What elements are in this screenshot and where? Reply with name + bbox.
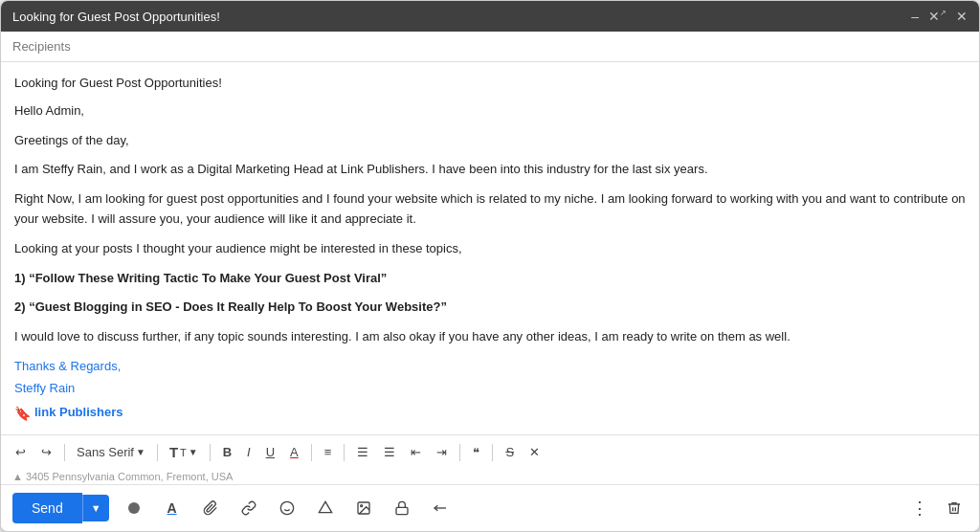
drive-button[interactable] — [312, 495, 339, 521]
address-hint: ▲ 3405 Pennsylvania Common, Fremont, USA — [1, 469, 979, 484]
email-thanks: Thanks & Regards, — [14, 357, 966, 377]
recipients-label: Recipients — [12, 39, 71, 54]
signature-button[interactable] — [427, 495, 454, 521]
email-compose-window: Looking for Guest Post Opportunities! – … — [0, 0, 980, 532]
svg-marker-4 — [319, 501, 331, 512]
clear-formatting-button[interactable]: ✕ — [524, 442, 545, 462]
bottom-right-actions: ⋮ — [906, 495, 968, 521]
toolbar-divider-7 — [492, 444, 493, 461]
email-para2: I am Steffy Rain, and I work as a Digita… — [14, 160, 966, 180]
recipients-row[interactable]: Recipients — [1, 32, 979, 62]
send-button-group: Send ▼ — [12, 493, 109, 523]
toolbar-divider-1 — [64, 444, 65, 461]
more-options-button[interactable]: ⋮ — [906, 495, 933, 521]
font-size-dropdown-icon: ▼ — [189, 447, 198, 457]
text-color-button[interactable]: A — [285, 442, 303, 462]
bold-button[interactable]: B — [218, 442, 236, 462]
email-name: Steffy Rain — [14, 379, 966, 399]
undo-button[interactable]: ↩ — [11, 442, 31, 462]
svg-rect-7 — [396, 507, 408, 514]
email-para3: Right Now, I am looking for guest post o… — [14, 189, 966, 230]
bookmark-icon: 🔖 — [14, 403, 31, 424]
email-company: 🔖 link Publishers — [14, 403, 966, 424]
italic-button[interactable]: I — [242, 442, 256, 462]
attach-button[interactable] — [197, 495, 224, 521]
underline-button[interactable]: U — [261, 442, 279, 462]
bottom-toolbar: Send ▼ A ⋮ — [1, 484, 979, 531]
text-underline-button[interactable]: A — [159, 495, 186, 521]
toolbar-divider-5 — [344, 444, 345, 461]
svg-point-6 — [360, 505, 362, 507]
minimize-icon[interactable]: – — [911, 9, 919, 24]
email-para4: Looking at your posts I thought your aud… — [14, 239, 966, 259]
email-list-item2: 2) “Guest Blogging in SEO - Does It Real… — [14, 298, 966, 318]
font-family-label: Sans Serif — [77, 445, 134, 459]
toolbar-divider-6 — [459, 444, 460, 461]
font-size-selector[interactable]: T T ▼ — [166, 441, 202, 463]
restore-icon[interactable]: ✕↗ — [928, 9, 947, 24]
number-list-button[interactable]: ☰ — [379, 442, 400, 462]
send-options-button[interactable]: ▼ — [82, 495, 109, 521]
address-text: ▲ 3405 Pennsylvania Common, Fremont, USA — [12, 471, 233, 482]
formatting-options-button[interactable] — [121, 495, 147, 521]
toolbar-divider-2 — [157, 444, 158, 461]
formatting-toolbar: ↩ ↪ Sans Serif ▼ T T ▼ B I U A ≡ ☰ ☰ ⇤ ⇥… — [1, 434, 979, 469]
photo-button[interactable] — [350, 495, 377, 521]
font-dropdown-icon: ▼ — [136, 447, 145, 457]
font-family-selector[interactable]: Sans Serif ▼ — [73, 442, 149, 462]
indent-more-button[interactable]: ⇥ — [432, 442, 452, 462]
delete-button[interactable] — [941, 495, 968, 521]
emoji-button[interactable] — [274, 495, 301, 521]
window-title: Looking for Guest Post Opportunities! — [12, 10, 220, 24]
bullet-list-button[interactable]: ☰ — [352, 442, 373, 462]
email-list-item1: 1) “Follow These Writing Tactic To Make … — [14, 269, 966, 289]
font-size-t-small-icon: T — [180, 447, 187, 458]
align-button[interactable]: ≡ — [320, 442, 337, 462]
close-icon[interactable]: ✕ — [956, 9, 968, 24]
window-controls: – ✕↗ ✕ — [911, 9, 968, 24]
redo-button[interactable]: ↪ — [36, 442, 56, 462]
toolbar-divider-4 — [311, 444, 312, 461]
font-size-t-icon: T — [169, 444, 178, 460]
link-button[interactable] — [235, 495, 262, 521]
indent-less-button[interactable]: ⇤ — [406, 442, 426, 462]
email-body[interactable]: Looking for Guest Post Opportunities! He… — [1, 62, 979, 434]
blockquote-button[interactable]: ❝ — [468, 442, 484, 462]
title-bar: Looking for Guest Post Opportunities! – … — [1, 1, 979, 32]
svg-point-1 — [280, 501, 293, 514]
strikethrough-button[interactable]: S — [501, 442, 519, 462]
confidential-button[interactable] — [389, 495, 415, 521]
email-para5: I would love to discuss further, if any … — [14, 327, 966, 347]
company-name: link Publishers — [34, 403, 122, 423]
svg-point-0 — [128, 502, 140, 514]
send-button[interactable]: Send — [12, 493, 82, 523]
email-subject: Looking for Guest Post Opportunities! — [14, 74, 966, 94]
email-para1: Greetings of the day, — [14, 131, 966, 151]
toolbar-divider-3 — [210, 444, 211, 461]
email-greeting: Hello Admin, — [14, 101, 966, 122]
